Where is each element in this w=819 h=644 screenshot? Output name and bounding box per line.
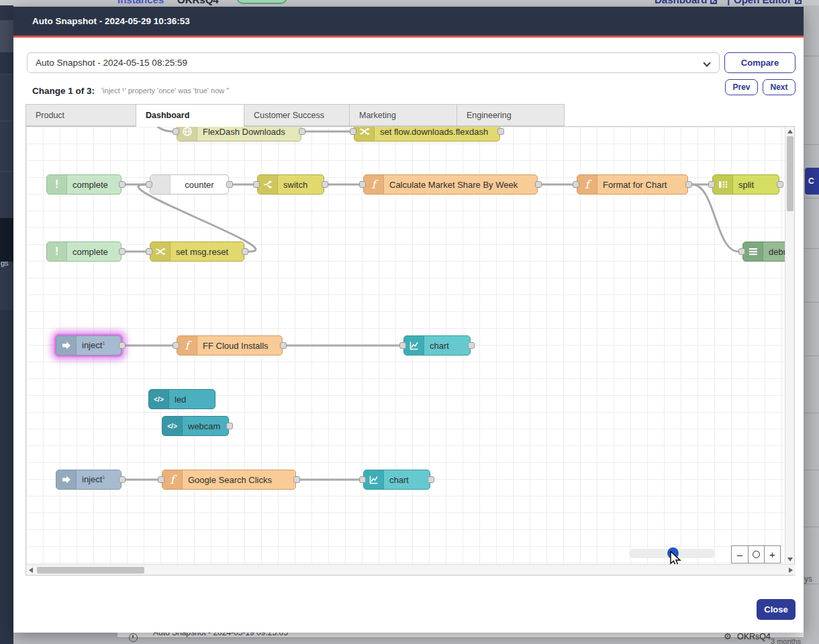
vertical-scrollbar-thumb[interactable]: [787, 136, 793, 211]
function-icon: f: [177, 336, 197, 355]
zoom-slider[interactable]: [629, 549, 715, 558]
vertical-scrollbar[interactable]: [785, 127, 794, 564]
node-output-port[interactable]: [242, 248, 248, 255]
node-label: Calculate Market Share By Week: [384, 180, 518, 190]
node-output-port[interactable]: [119, 476, 126, 483]
node-output-port[interactable]: [535, 181, 542, 188]
node-input-port[interactable]: [573, 181, 579, 188]
node-input-port[interactable]: [146, 181, 152, 188]
node-output-port[interactable]: [119, 342, 126, 349]
sidebar-item[interactable]: [0, 20, 13, 52]
snapshot-select[interactable]: Auto Snapshot - 2024-05-15 08:25:59: [27, 52, 720, 73]
scroll-up-arrow-icon[interactable]: [787, 129, 793, 133]
prev-change-button[interactable]: Prev: [725, 79, 758, 95]
tab-dashboard[interactable]: Dashboard: [136, 104, 244, 127]
flow-node-calc[interactable]: fCalculate Market Share By Week: [363, 174, 538, 195]
sidebar-item[interactable]: [0, 262, 13, 310]
external-link-icon: ↗: [795, 0, 802, 4]
node-output-port[interactable]: [293, 476, 300, 483]
flow-node-counter[interactable]: counter: [150, 174, 229, 195]
node-input-port[interactable]: [146, 248, 152, 255]
node-label: Google Search Clicks: [183, 475, 272, 485]
horizontal-scrollbar[interactable]: [26, 564, 796, 575]
node-output-port[interactable]: [777, 181, 783, 188]
flow-node-format[interactable]: fFormat for Chart: [577, 174, 688, 195]
next-change-button[interactable]: Next: [763, 79, 796, 95]
node-output-port[interactable]: [685, 181, 692, 188]
node-output-port[interactable]: [428, 476, 434, 483]
node-output-port[interactable]: [280, 342, 287, 349]
tab-marketing[interactable]: Marketing: [350, 104, 457, 126]
shuffle-icon: [150, 242, 171, 261]
topbar-divider: |: [727, 0, 730, 5]
breadcrumb-instances[interactable]: Instances: [117, 0, 164, 5]
flow-node-chart2[interactable]: chart: [363, 470, 430, 490]
node-label: inject1: [77, 340, 105, 350]
background-duration-label: 3 months 2 weeks 4 d: [771, 637, 804, 644]
flow-node-complete1[interactable]: !complete: [46, 174, 122, 195]
sidebar-item[interactable]: [0, 171, 13, 218]
node-output-port[interactable]: [299, 128, 305, 135]
sidebar-item[interactable]: [0, 121, 13, 171]
open-editor-button[interactable]: Open Editor↗: [734, 0, 802, 5]
zoom-slider-thumb[interactable]: [667, 547, 679, 559]
node-input-port[interactable]: [173, 128, 179, 135]
zoom-in-button[interactable]: +: [764, 546, 780, 563]
node-output-port[interactable]: [497, 128, 504, 135]
split-icon: [713, 175, 733, 194]
node-input-port[interactable]: [253, 181, 260, 188]
node-input-port[interactable]: [738, 248, 745, 255]
status-badge: [236, 0, 287, 4]
scroll-right-arrow-icon[interactable]: [789, 568, 793, 573]
scroll-left-arrow-icon[interactable]: [29, 568, 33, 573]
node-label: counter: [171, 180, 228, 190]
flow-node-inject2[interactable]: inject1: [56, 470, 122, 490]
flow-node-setmsg[interactable]: set msg.reset: [150, 241, 244, 262]
zoom-reset-button[interactable]: [748, 546, 764, 563]
scroll-down-arrow-icon[interactable]: [787, 557, 793, 561]
node-input-port[interactable]: [359, 181, 366, 188]
node-input-port[interactable]: [399, 342, 406, 349]
flow-node-flexdash[interactable]: FlexDash Downloads: [177, 127, 301, 142]
compare-button[interactable]: Compare: [724, 52, 796, 73]
flow-node-ffcloud[interactable]: fFF Cloud Installs: [177, 335, 283, 356]
node-output-port[interactable]: [322, 181, 328, 188]
flow-node-webcam[interactable]: </>webcam: [162, 416, 229, 436]
function-icon: f: [577, 175, 597, 194]
tab-engineering[interactable]: Engineering: [457, 104, 565, 126]
node-output-port[interactable]: [119, 248, 126, 255]
flow-node-chart1[interactable]: chart: [403, 335, 471, 356]
sidebar-item-selected[interactable]: [0, 218, 13, 262]
node-output-port[interactable]: [226, 423, 233, 429]
flow-node-google[interactable]: fGoogle Search Clicks: [162, 470, 296, 490]
node-input-port[interactable]: [173, 342, 179, 349]
tab-customer-success[interactable]: Customer Success: [244, 104, 350, 126]
node-input-port[interactable]: [359, 476, 366, 483]
wire: [127, 127, 173, 131]
screen: Instances OKRsQ4 Dashboard↗ | Open Edito…: [0, 0, 819, 644]
node-input-port[interactable]: [708, 181, 715, 188]
flow-node-split[interactable]: split: [712, 174, 779, 195]
zoom-out-button[interactable]: –: [732, 546, 748, 563]
flow-node-complete2[interactable]: !complete: [46, 241, 122, 262]
node-input-port[interactable]: [158, 476, 164, 483]
tab-product[interactable]: Product: [26, 104, 136, 126]
flow-node-inject1[interactable]: inject1: [56, 335, 122, 356]
node-input-port[interactable]: [350, 128, 356, 135]
horizontal-scrollbar-thumb[interactable]: [37, 567, 144, 574]
sidebar-item[interactable]: [0, 74, 13, 121]
close-button[interactable]: Close: [757, 599, 796, 620]
background-sidebar: gs: [0, 5, 13, 644]
flow-node-switch[interactable]: switch: [257, 174, 324, 195]
node-output-port[interactable]: [119, 181, 126, 188]
flow-canvas[interactable]: – + FlexDash Downloadsset flow.downloads…: [26, 127, 785, 564]
node-output-port[interactable]: [468, 342, 475, 349]
flow-node-led[interactable]: </>led: [148, 389, 215, 409]
zoom-reset-icon: [753, 551, 760, 558]
node-output-port[interactable]: [226, 181, 233, 188]
node-label: switch: [278, 180, 307, 190]
dashboard-button[interactable]: Dashboard↗: [655, 0, 717, 5]
function-icon: f: [162, 470, 183, 489]
flow-node-debug[interactable]: debug: [742, 241, 785, 262]
flow-node-setflow[interactable]: set flow.downloads.flexdash: [354, 127, 500, 142]
